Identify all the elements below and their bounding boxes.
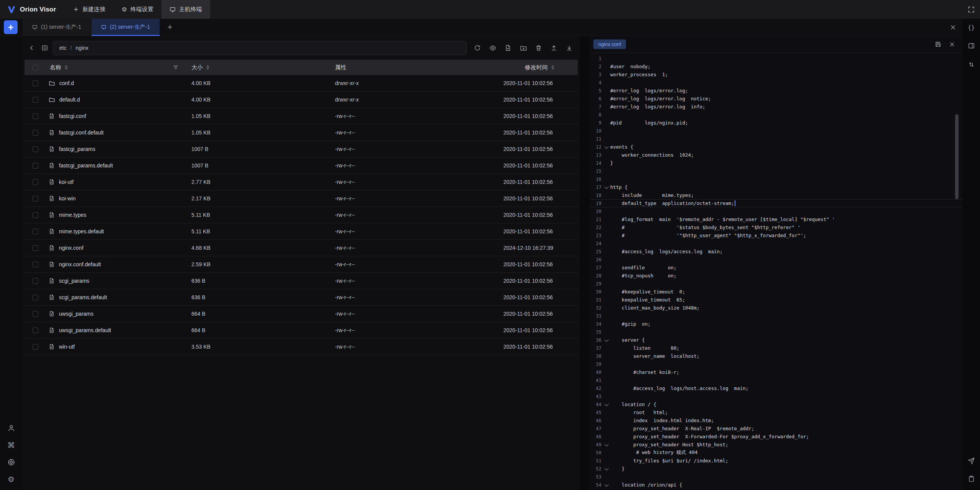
code-line[interactable]: 38 server_name localhost;: [590, 352, 962, 360]
code-line[interactable]: 54 location /orion/api {: [590, 481, 962, 489]
code-line[interactable]: 13 worker_connections 1024;: [590, 151, 962, 159]
code-line[interactable]: 44 location / {: [590, 400, 962, 408]
column-header-size[interactable]: 大小: [191, 64, 203, 71]
upload-button[interactable]: [548, 42, 560, 54]
row-checkbox[interactable]: [33, 278, 38, 284]
code-line[interactable]: 46 index index.html index.htm;: [590, 416, 962, 424]
user-button[interactable]: [7, 424, 15, 432]
code-line[interactable]: 18 include mime.types;: [590, 191, 962, 199]
file-name[interactable]: scgi_params: [59, 278, 89, 284]
refresh-button[interactable]: [471, 42, 483, 54]
file-name[interactable]: default.d: [59, 97, 80, 103]
file-name[interactable]: scgi_params.default: [59, 294, 107, 300]
file-row[interactable]: win-utf 3.53 KB -rw-r--r-- 2020-11-01 10…: [24, 339, 578, 355]
code-line[interactable]: 4: [590, 79, 962, 87]
code-line[interactable]: 6#error_log logs/error.log notice;: [590, 95, 962, 103]
code-line[interactable]: 11: [590, 135, 962, 143]
code-line[interactable]: 30 #keepalive_timeout 0;: [590, 288, 962, 296]
row-checkbox[interactable]: [33, 328, 38, 333]
fold-chevron-icon[interactable]: [601, 183, 610, 191]
file-row[interactable]: uwsgi_params 664 B -rw-r--r-- 2020-11-01…: [24, 306, 578, 322]
code-editor[interactable]: 12#user nobody;3worker_processes 1;45#er…: [590, 53, 962, 490]
row-checkbox[interactable]: [33, 212, 38, 218]
code-line[interactable]: 40 #charset koi8-r;: [590, 368, 962, 376]
code-line[interactable]: 48 proxy_set_header X-Forwarded-For $pro…: [590, 433, 962, 441]
back-button[interactable]: [25, 41, 38, 54]
code-line[interactable]: 17http {: [590, 183, 962, 191]
row-checkbox[interactable]: [33, 196, 38, 202]
path-breadcrumb[interactable]: etc/nginx: [53, 41, 467, 55]
file-row[interactable]: fastcgi_params.default 1007 B -rw-r--r--…: [24, 157, 578, 174]
panel-splitter[interactable]: [580, 36, 590, 490]
file-name[interactable]: uwsgi_params: [59, 311, 93, 317]
row-checkbox[interactable]: [33, 295, 38, 300]
file-name[interactable]: fastcgi_params.default: [59, 162, 113, 169]
file-row[interactable]: nginx.conf.default 2.59 KB -rw-r--r-- 20…: [24, 256, 578, 273]
sort-name-control[interactable]: [65, 65, 68, 70]
new-folder-button[interactable]: [517, 42, 529, 54]
close-panel-button[interactable]: [950, 24, 956, 31]
sort-mtime-control[interactable]: [551, 65, 554, 70]
file-name[interactable]: mime.types.default: [59, 228, 104, 234]
save-button[interactable]: [935, 41, 941, 48]
fold-chevron-icon[interactable]: [601, 336, 610, 344]
file-name[interactable]: koi-win: [59, 195, 76, 202]
add-tab-button[interactable]: +: [163, 21, 176, 34]
row-checkbox[interactable]: [33, 311, 38, 317]
code-line[interactable]: 52 }: [590, 465, 962, 473]
file-row[interactable]: uwsgi_params.default 664 B -rw-r--r-- 20…: [24, 322, 578, 339]
editor-file-tab[interactable]: nginx.conf: [593, 39, 626, 49]
code-line[interactable]: 10: [590, 127, 962, 135]
code-line[interactable]: 39: [590, 360, 962, 368]
tab-server-2-active[interactable]: (2) server-生产-1: [91, 19, 160, 36]
code-line[interactable]: 53: [590, 473, 962, 481]
code-line[interactable]: 32 client_max_body_size 1048m;: [590, 304, 962, 312]
file-row[interactable]: mime.types.default 5.11 KB -rw-r--r-- 20…: [24, 223, 578, 240]
file-name[interactable]: uwsgi_params.default: [59, 327, 111, 333]
file-name[interactable]: mime.types: [59, 212, 87, 218]
row-checkbox[interactable]: [33, 113, 38, 119]
code-line[interactable]: 47 proxy_set_header X-Real-IP $remote_ad…: [590, 424, 962, 433]
preview-button[interactable]: [487, 42, 499, 54]
support-button[interactable]: [7, 458, 15, 466]
file-name[interactable]: win-utf: [59, 344, 75, 350]
code-line[interactable]: 3worker_processes 1;: [590, 70, 962, 79]
editor-scrollbar-thumb[interactable]: [955, 114, 959, 199]
code-line[interactable]: 15: [590, 167, 962, 175]
file-row[interactable]: koi-win 2.17 KB -rw-r--r-- 2020-11-01 10…: [24, 190, 578, 207]
code-line[interactable]: 51 try_files $uri $uri/ /index.html;: [590, 457, 962, 465]
tab-server-1[interactable]: (1) server-生产-1: [23, 19, 91, 36]
fold-chevron-icon[interactable]: [601, 481, 610, 489]
code-line[interactable]: 43: [590, 392, 962, 400]
list-view-button[interactable]: [38, 41, 51, 54]
code-line[interactable]: 7#error_log logs/error.log info;: [590, 103, 962, 111]
file-row[interactable]: nginx.conf 4.68 KB -rw-r--r-- 2024-12-10…: [24, 240, 578, 256]
file-name[interactable]: nginx.conf.default: [59, 261, 101, 267]
code-line[interactable]: 29: [590, 280, 962, 288]
row-checkbox[interactable]: [33, 262, 38, 267]
code-line[interactable]: 23 # '"$http_user_agent" "$http_x_forwar…: [590, 231, 962, 239]
file-row[interactable]: scgi_params.default 636 B -rw-r--r-- 202…: [24, 289, 578, 306]
code-line[interactable]: 21 #log_format main '$remote_addr - $rem…: [590, 215, 962, 223]
transfer-list-button[interactable]: [962, 59, 980, 70]
new-connection-button[interactable]: +: [4, 20, 18, 34]
code-line[interactable]: 1: [590, 54, 962, 62]
file-row[interactable]: fastcgi.conf 1.05 KB -rw-r--r-- 2020-11-…: [24, 108, 578, 125]
row-checkbox[interactable]: [33, 146, 38, 152]
fold-chevron-icon[interactable]: [601, 400, 610, 408]
code-line[interactable]: 37 listen 80;: [590, 344, 962, 352]
code-line[interactable]: 12events {: [590, 143, 962, 151]
row-checkbox[interactable]: [33, 163, 38, 169]
file-row[interactable]: koi-utf 2.77 KB -rw-r--r-- 2020-11-01 10…: [24, 174, 578, 190]
file-name[interactable]: koi-utf: [59, 179, 74, 185]
file-row[interactable]: conf.d 4.00 KB drwxr-xr-x 2020-11-01 10:…: [24, 75, 578, 92]
close-editor-button[interactable]: [949, 41, 955, 48]
code-line[interactable]: 20: [590, 207, 962, 215]
send-command-button[interactable]: [962, 455, 980, 467]
settings-button[interactable]: ⚙: [8, 475, 15, 483]
code-line[interactable]: 49 proxy_set_header Host $http_host;: [590, 441, 962, 449]
code-line[interactable]: 26: [590, 256, 962, 264]
column-header-mtime[interactable]: 修改时间: [525, 64, 548, 71]
file-name[interactable]: fastcgi.conf: [59, 113, 86, 119]
code-line[interactable]: 8: [590, 111, 962, 119]
